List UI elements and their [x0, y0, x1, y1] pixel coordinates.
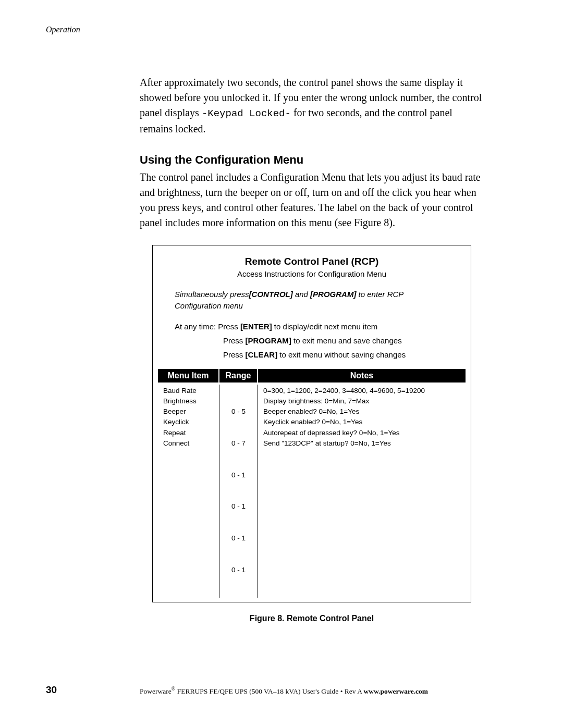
footer-url: www.powerware.com: [364, 687, 428, 695]
section-heading: Using the Configuration Menu: [140, 153, 484, 167]
table-row: 0 - 7: [223, 438, 254, 449]
instr-control-key: [CONTROL]: [249, 290, 293, 299]
enter-key: [ENTER]: [240, 322, 272, 331]
table-row: Connect: [163, 438, 214, 449]
any-l2a: Press: [223, 336, 246, 345]
table-row: 0 - 1: [223, 501, 254, 512]
table-body: Baud Rate Brightness Beeper Keyclick Rep…: [158, 382, 466, 598]
figure-instruction: Simultaneously press[CONTROL] and [PROGR…: [153, 289, 471, 312]
instr-pre: Simultaneously press: [175, 290, 249, 299]
anytime-line-1: At any time: Press [ENTER] to display/ed…: [175, 319, 449, 334]
anytime-line-2: Press [PROGRAM] to exit menu and save ch…: [175, 334, 449, 348]
main-content: After approximately two seconds, the con…: [140, 75, 484, 623]
footer-text-b: FERRUPS FE/QFE UPS (500 VA–18 kVA) User'…: [175, 687, 363, 695]
col-range: 0 - 5 0 - 7 0 - 1 0 - 1 0 - 1 0 - 1: [219, 385, 258, 598]
page-footer: 30 Powerware® FERRUPS FE/QFE UPS (500 VA…: [46, 684, 484, 696]
page-header: Operation: [46, 25, 80, 34]
figure-box: Remote Control Panel (RCP) Access Instru…: [152, 245, 471, 602]
clear-key: [CLEAR]: [246, 350, 278, 359]
table-header-row: Menu Item Range Notes: [158, 369, 466, 382]
instr-mid: and: [293, 290, 310, 299]
table-row: Repeat: [163, 428, 214, 438]
figure-subtitle: Access Instructions for Configuration Me…: [153, 269, 471, 278]
any-post1: to display/edit next menu item: [272, 322, 378, 331]
table-row: 0 - 1: [223, 533, 254, 544]
table-row: Beeper enabled? 0=No, 1=Yes: [263, 406, 460, 417]
any-l2b: to exit menu and save changes: [291, 336, 402, 345]
table-row: 0 - 5: [223, 406, 254, 417]
table-row: 0=300, 1=1200, 2=2400, 3=4800, 4=9600, 5…: [263, 386, 460, 396]
any-pre: At any time: Press: [175, 322, 240, 331]
table-row: Send "123DCP" at startup? 0=No, 1=Yes: [263, 438, 460, 449]
footer-text: Powerware® FERRUPS FE/QFE UPS (500 VA–18…: [140, 686, 428, 696]
th-menu-item: Menu Item: [158, 369, 219, 382]
col-notes: 0=300, 1=1200, 2=2400, 3=4800, 4=9600, 5…: [258, 385, 466, 598]
table-row: Baud Rate: [163, 386, 214, 396]
config-table: Menu Item Range Notes Baud Rate Brightne…: [153, 369, 471, 598]
config-menu-paragraph: The control panel includes a Configurati…: [140, 170, 484, 230]
table-row: Display brightness: 0=Min, 7=Max: [263, 396, 460, 406]
table-row: Keyclick: [163, 417, 214, 427]
table-row: Brightness: [163, 396, 214, 406]
keypad-locked-text: -Keypad Locked-: [202, 108, 291, 119]
any-l3b: to exit menu without saving changes: [277, 350, 406, 359]
instr-program-key: [PROGRAM]: [310, 290, 356, 299]
page-number: 30: [46, 684, 140, 696]
th-notes: Notes: [258, 369, 466, 382]
col-menu-item: Baud Rate Brightness Beeper Keyclick Rep…: [158, 385, 219, 598]
figure-title: Remote Control Panel (RCP): [153, 256, 471, 267]
table-row: Beeper: [163, 406, 214, 417]
table-row: 0 - 1: [223, 470, 254, 480]
program-key: [PROGRAM]: [246, 336, 291, 345]
table-row: 0 - 1: [223, 565, 254, 575]
intro-paragraph: After approximately two seconds, the con…: [140, 75, 484, 137]
table-row: Keyclick enabled? 0=No, 1=Yes: [263, 417, 460, 427]
th-range: Range: [219, 369, 258, 382]
table-row: Autorepeat of depressed key? 0=No, 1=Yes: [263, 428, 460, 438]
anytime-instructions: At any time: Press [ENTER] to display/ed…: [153, 319, 471, 362]
any-l3a: Press: [223, 350, 246, 359]
figure-caption: Figure 8. Remote Control Panel: [140, 614, 484, 623]
anytime-line-3: Press [CLEAR] to exit menu without savin…: [175, 348, 449, 362]
footer-text-a: Powerware: [140, 687, 172, 695]
